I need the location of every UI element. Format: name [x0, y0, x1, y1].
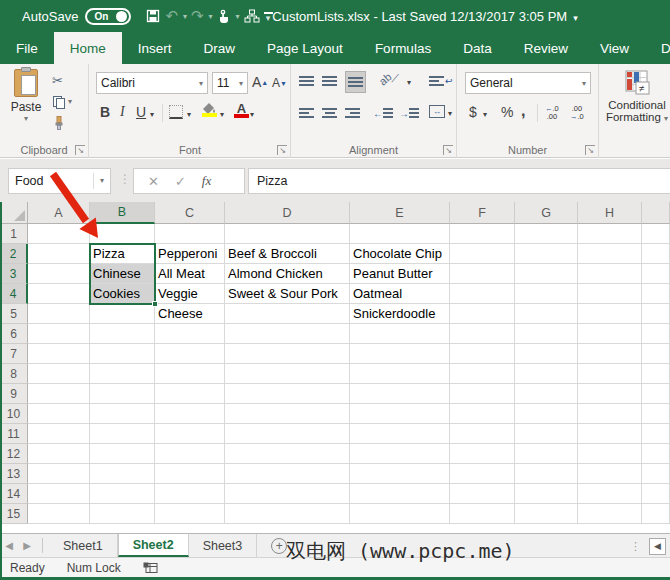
row-header-13[interactable]: 13: [0, 464, 28, 484]
sheet-tab-sheet1[interactable]: Sheet1: [49, 534, 118, 557]
sheet-tab-sheet2[interactable]: Sheet2: [118, 534, 189, 557]
cell-H10[interactable]: [578, 404, 642, 424]
select-all-corner[interactable]: [0, 202, 28, 224]
cell-H12[interactable]: [578, 444, 642, 464]
cell-A2[interactable]: [28, 244, 90, 264]
cell-C6[interactable]: [155, 324, 225, 344]
cell-C3[interactable]: All Meat: [155, 264, 225, 284]
cell-G11[interactable]: [515, 424, 578, 444]
cell-F6[interactable]: [450, 324, 515, 344]
cell-C7[interactable]: [155, 344, 225, 364]
cell-A8[interactable]: [28, 364, 90, 384]
cell-F9[interactable]: [450, 384, 515, 404]
cell-partial-3[interactable]: [642, 264, 670, 284]
cell-partial-2[interactable]: [642, 244, 670, 264]
add-sheet-button[interactable]: +: [271, 538, 287, 554]
ribbon-tab-insert[interactable]: Insert: [122, 32, 188, 64]
name-box-dropdown-icon[interactable]: ▾: [93, 173, 104, 189]
cell-C15[interactable]: [155, 504, 225, 524]
cell-D7[interactable]: [225, 344, 350, 364]
ribbon-tab-formulas[interactable]: Formulas: [359, 32, 447, 64]
cell-G4[interactable]: [515, 284, 578, 304]
underline-button[interactable]: U: [136, 104, 146, 120]
paste-dropdown-icon[interactable]: ▾: [24, 114, 28, 123]
cell-B12[interactable]: [90, 444, 155, 464]
row-header-5[interactable]: 5: [0, 304, 28, 324]
ribbon-tab-developer[interactable]: Developer: [645, 32, 670, 64]
cell-B11[interactable]: [90, 424, 155, 444]
cell-E11[interactable]: [350, 424, 450, 444]
copy-button[interactable]: ▾: [52, 91, 86, 112]
cell-H5[interactable]: [578, 304, 642, 324]
cell-C4[interactable]: Veggie: [155, 284, 225, 304]
cell-D9[interactable]: [225, 384, 350, 404]
cell-B9[interactable]: [90, 384, 155, 404]
cell-C13[interactable]: [155, 464, 225, 484]
cell-D13[interactable]: [225, 464, 350, 484]
cell-A4[interactable]: [28, 284, 90, 304]
cell-G6[interactable]: [515, 324, 578, 344]
horizontal-scrollbar-left-icon[interactable]: ◀: [649, 538, 666, 555]
align-left-button[interactable]: [299, 106, 314, 120]
tab-bar-grip[interactable]: ⋮: [630, 540, 641, 553]
row-header-3[interactable]: 3: [0, 264, 28, 284]
cell-B10[interactable]: [90, 404, 155, 424]
row-header-11[interactable]: 11: [0, 424, 28, 444]
cell-A9[interactable]: [28, 384, 90, 404]
cell-partial-15[interactable]: [642, 504, 670, 524]
row-header-1[interactable]: 1: [0, 224, 28, 244]
cell-F2[interactable]: [450, 244, 515, 264]
col-header-F[interactable]: F: [450, 202, 515, 224]
cell-B8[interactable]: [90, 364, 155, 384]
cell-partial-14[interactable]: [642, 484, 670, 504]
ribbon-tab-file[interactable]: File: [0, 32, 54, 64]
cut-button[interactable]: ✂: [52, 70, 86, 91]
cell-F14[interactable]: [450, 484, 515, 504]
ribbon-tab-data[interactable]: Data: [447, 32, 508, 64]
paste-button[interactable]: Paste ▾: [4, 69, 48, 147]
cell-A12[interactable]: [28, 444, 90, 464]
cell-D12[interactable]: [225, 444, 350, 464]
cell-H6[interactable]: [578, 324, 642, 344]
font-dialog-launcher-icon[interactable]: ↘: [277, 145, 287, 155]
cell-partial-4[interactable]: [642, 284, 670, 304]
name-box[interactable]: Food ▾: [8, 168, 111, 194]
row-header-14[interactable]: 14: [0, 484, 28, 504]
fill-color-button[interactable]: [202, 103, 217, 117]
cell-B13[interactable]: [90, 464, 155, 484]
cell-B7[interactable]: [90, 344, 155, 364]
decrease-decimal-button[interactable]: .00→.0: [570, 105, 584, 121]
cell-C9[interactable]: [155, 384, 225, 404]
ribbon-tab-review[interactable]: Review: [508, 32, 584, 64]
cell-E8[interactable]: [350, 364, 450, 384]
cell-E4[interactable]: Oatmeal: [350, 284, 450, 304]
cell-partial-10[interactable]: [642, 404, 670, 424]
percent-style-button[interactable]: %: [501, 104, 513, 120]
cell-G1[interactable]: [515, 224, 578, 244]
cell-E15[interactable]: [350, 504, 450, 524]
cell-A11[interactable]: [28, 424, 90, 444]
cell-D14[interactable]: [225, 484, 350, 504]
bold-button[interactable]: B: [100, 104, 110, 120]
alignment-dialog-launcher-icon[interactable]: ↘: [443, 145, 453, 155]
cell-A15[interactable]: [28, 504, 90, 524]
italic-button[interactable]: I: [120, 104, 125, 120]
wrap-text-button[interactable]: ↩: [429, 74, 453, 88]
cell-B2[interactable]: Pizza: [90, 244, 155, 264]
decrease-indent-button[interactable]: ←: [373, 106, 393, 120]
col-header-H[interactable]: H: [578, 202, 642, 224]
cell-D6[interactable]: [225, 324, 350, 344]
cell-B6[interactable]: [90, 324, 155, 344]
format-painter-button[interactable]: [52, 112, 86, 133]
cell-H2[interactable]: [578, 244, 642, 264]
number-dialog-launcher-icon[interactable]: ↘: [585, 145, 595, 155]
borders-dropdown-icon[interactable]: ▾: [187, 110, 191, 119]
cell-H1[interactable]: [578, 224, 642, 244]
comma-style-button[interactable]: ,: [521, 102, 525, 120]
cell-partial-1[interactable]: [642, 224, 670, 244]
cell-D1[interactable]: [225, 224, 350, 244]
col-header-E[interactable]: E: [350, 202, 450, 224]
ribbon-tab-page-layout[interactable]: Page Layout: [251, 32, 359, 64]
cell-E3[interactable]: Peanut Butter: [350, 264, 450, 284]
cell-G7[interactable]: [515, 344, 578, 364]
